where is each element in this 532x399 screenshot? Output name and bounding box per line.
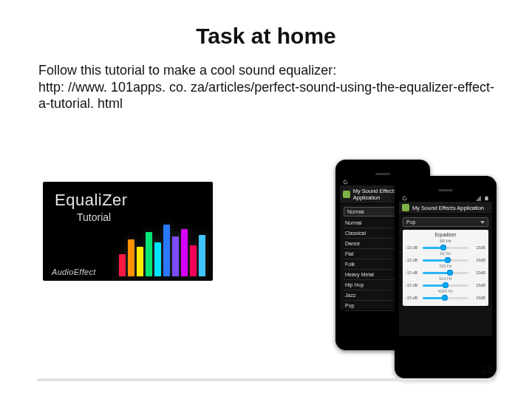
slider-thumb[interactable] bbox=[442, 295, 448, 301]
eq-bar bbox=[119, 254, 126, 276]
preset-spinner-value: Normal bbox=[347, 209, 364, 214]
status-bar bbox=[399, 194, 492, 202]
body-line-2: http: //www. 101apps. co. za/articles/pe… bbox=[38, 80, 494, 112]
slider-thumb[interactable] bbox=[443, 282, 449, 288]
band-freq-label: 60 Hz bbox=[406, 251, 485, 256]
eq-band: -15 dB15dB bbox=[406, 258, 485, 262]
refresh-icon bbox=[402, 196, 407, 201]
phone-mock-equalizer: My Sound Effects Application Pop Equaliz… bbox=[395, 176, 497, 378]
eq-bar bbox=[172, 236, 179, 276]
slider-thumb[interactable] bbox=[445, 257, 451, 263]
band-min-label: -15 dB bbox=[406, 270, 420, 275]
eq-bar bbox=[146, 232, 152, 276]
eq-band: -15 dB15dB bbox=[406, 283, 485, 287]
preset-spinner-value: Pop bbox=[406, 219, 415, 225]
eq-bar bbox=[137, 247, 143, 276]
page-number: 12 bbox=[480, 364, 492, 375]
slider-thumb[interactable] bbox=[440, 245, 446, 250]
body-line-1: Follow this tutorial to make a cool soun… bbox=[38, 63, 336, 78]
equalizer-word: EqualiZer bbox=[55, 191, 128, 210]
band-slider[interactable] bbox=[423, 259, 468, 262]
band-min-label: -15 dB bbox=[406, 296, 420, 300]
refresh-icon bbox=[343, 180, 348, 185]
eq-bar bbox=[163, 225, 170, 276]
eq-bar bbox=[154, 242, 161, 276]
band-freq-label: 4000 Hz bbox=[406, 289, 485, 293]
signal-icon bbox=[477, 196, 482, 201]
band-freq-label: 230 Hz bbox=[406, 264, 485, 268]
preset-spinner[interactable]: Pop bbox=[403, 217, 488, 227]
eq-bar bbox=[128, 239, 134, 276]
app-icon bbox=[402, 204, 409, 211]
equalizer-panel: Equalizer 60 Hz -15 dB15dB60 Hz-15 dB15d… bbox=[403, 230, 488, 306]
battery-icon bbox=[484, 196, 489, 201]
footer-rule bbox=[37, 378, 495, 381]
equalizer-tutorial-card: EqualiZer Tutorial AudioEffect bbox=[43, 182, 213, 281]
eq-bar bbox=[199, 235, 205, 276]
band-max-label: 15dB bbox=[471, 258, 485, 262]
app-icon bbox=[343, 191, 350, 198]
eq-band: -15 dB15dB bbox=[406, 270, 485, 275]
eq-band: -15 dB15dB bbox=[406, 245, 485, 250]
band-max-label: 15dB bbox=[471, 296, 485, 300]
band-max-label: 15dB bbox=[471, 283, 485, 287]
band-slider[interactable] bbox=[423, 272, 468, 274]
band-min-label: -15 dB bbox=[406, 283, 420, 287]
band-slider[interactable] bbox=[423, 247, 468, 249]
slide-title: Task at home bbox=[0, 24, 532, 49]
equalizer-panel-subtitle: 60 Hz bbox=[406, 239, 485, 243]
tutorial-word: Tutorial bbox=[77, 211, 213, 223]
band-freq-label: 910 Hz bbox=[406, 276, 485, 281]
eq-bar bbox=[181, 229, 188, 276]
phone-earpiece bbox=[438, 189, 453, 191]
band-min-label: -15 dB bbox=[406, 245, 420, 250]
body-text: Follow this tutorial to make a cool soun… bbox=[38, 62, 497, 112]
band-slider[interactable] bbox=[423, 284, 468, 287]
band-max-label: 15dB bbox=[471, 245, 485, 250]
equalizer-bars-graphic bbox=[119, 225, 205, 276]
eq-bar bbox=[190, 245, 197, 276]
equalizer-panel-title: Equalizer bbox=[406, 232, 485, 237]
eq-band: -15 dB15dB bbox=[406, 296, 485, 300]
chevron-down-icon bbox=[480, 221, 485, 224]
app-title-text: My Sound Effects Application bbox=[412, 205, 484, 211]
band-max-label: 15dB bbox=[471, 270, 485, 275]
band-min-label: -15 dB bbox=[406, 258, 420, 262]
app-title-bar: My Sound Effects Application bbox=[399, 202, 492, 214]
slider-thumb[interactable] bbox=[447, 270, 453, 276]
audioeffect-label: AudioEffect bbox=[52, 267, 96, 276]
band-slider[interactable] bbox=[423, 297, 468, 299]
phone-earpiece bbox=[375, 173, 390, 175]
